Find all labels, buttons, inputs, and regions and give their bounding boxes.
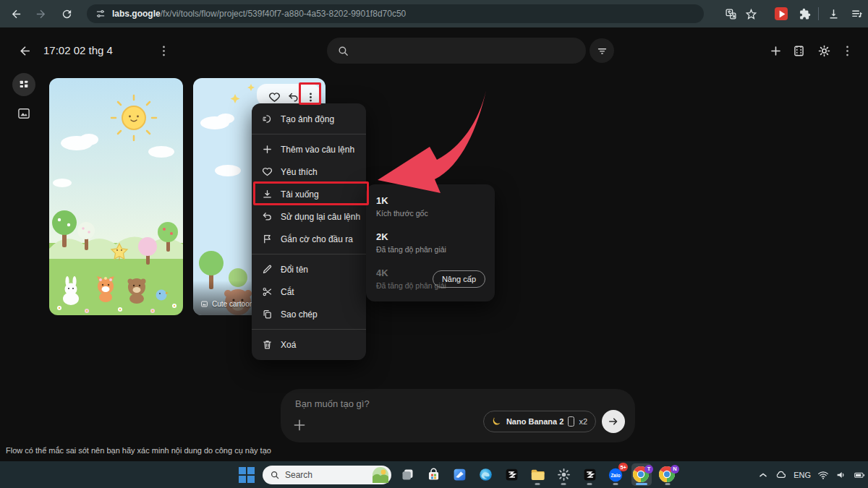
browser-forward-button[interactable] <box>32 5 49 22</box>
tab-list-icon[interactable] <box>848 5 865 22</box>
search-highlight-icon <box>373 467 388 483</box>
bookmark-star-icon[interactable] <box>742 5 760 22</box>
translate-icon[interactable] <box>722 5 739 22</box>
menu-item-animate[interactable]: Tạo ảnh động <box>252 108 366 130</box>
banana-icon <box>492 416 502 427</box>
sidebar-grid-view-button[interactable] <box>12 73 35 96</box>
menu-item-favorite[interactable]: Yêu thích <box>252 160 366 183</box>
menu-item-crop[interactable]: Cắt <box>252 281 366 303</box>
wifi-icon[interactable] <box>817 469 829 481</box>
capcut-icon <box>504 467 519 482</box>
settings-app-button[interactable] <box>553 463 574 486</box>
search-icon <box>270 470 280 480</box>
model-selector-chip[interactable]: Nano Banana 2 x2 <box>483 411 596 432</box>
output-count: x2 <box>579 417 587 426</box>
edge-icon <box>478 467 493 482</box>
prompt-placeholder[interactable]: Bạn muốn tạo gì? <box>295 398 370 409</box>
chrome-profile1-button[interactable]: T <box>631 463 652 486</box>
language-indicator[interactable]: ENG <box>793 471 811 479</box>
windows-logo-icon <box>239 467 255 483</box>
plus-icon <box>262 144 273 155</box>
card1-artwork <box>49 78 183 315</box>
chrome-profile2-button[interactable]: N <box>658 463 678 486</box>
app-menu-icon[interactable] <box>837 40 857 61</box>
browser-back-button[interactable] <box>7 5 25 22</box>
pencil-icon <box>262 264 273 275</box>
url-text: labs.google/fx/vi/tools/flow/project/539… <box>112 9 406 19</box>
onedrive-cloud-icon[interactable] <box>775 469 787 481</box>
submenu-option-2k[interactable]: 2K Đã tăng độ phân giải <box>366 225 495 261</box>
generated-image-card-1[interactable] <box>49 78 183 315</box>
capcut-button[interactable] <box>501 463 522 486</box>
new-project-button[interactable] <box>765 40 786 61</box>
search-input[interactable] <box>327 38 586 64</box>
submenu-option-4k: 4K Đã tăng độ phân giải Nâng cấp <box>366 261 495 297</box>
browser-reload-button[interactable] <box>58 5 75 22</box>
arrow-right-icon <box>607 415 620 428</box>
capcut-running-button[interactable] <box>579 463 600 486</box>
menu-item-delete[interactable]: Xoá <box>252 333 366 356</box>
submenu-option-1k[interactable]: 1K Kích thước gốc <box>366 189 495 225</box>
blue-app-icon <box>452 467 467 482</box>
tray-chevron-icon[interactable] <box>757 469 769 481</box>
task-view-button[interactable] <box>397 463 417 486</box>
settings-gear-button[interactable] <box>814 40 834 61</box>
menu-item-add-to-prompt[interactable]: Thêm vào câu lệnh <box>252 138 366 160</box>
disclaimer-text: Flow có thể mắc sai sót nên bạn hãy xác … <box>6 446 271 455</box>
battery-icon[interactable] <box>854 469 865 481</box>
sidebar-assets-button[interactable] <box>15 105 33 122</box>
microsoft-store-button[interactable] <box>423 463 443 486</box>
download-resolution-submenu: 1K Kích thước gốc 2K Đã tăng độ phân giả… <box>366 184 495 301</box>
menu-item-copy[interactable]: Sao chép <box>252 303 366 325</box>
menu-item-rename[interactable]: Đổi tên <box>252 258 366 281</box>
store-icon <box>426 467 441 482</box>
chrome-profile-badge: T <box>644 465 653 474</box>
menu-item-reuse-prompt[interactable]: Sử dụng lại câu lệnh <box>252 205 366 228</box>
capcut-icon <box>582 467 597 482</box>
menu-divider <box>252 329 366 330</box>
volume-icon[interactable] <box>835 469 847 481</box>
start-button[interactable] <box>237 463 257 486</box>
svg-text:Zalo: Zalo <box>610 472 620 477</box>
reuse-icon <box>262 211 273 222</box>
file-explorer-button[interactable] <box>527 463 548 486</box>
menu-item-flag-output[interactable]: Gắn cờ cho đầu ra <box>252 228 366 250</box>
generate-button[interactable] <box>602 410 625 433</box>
chrome-profile-badge: N <box>671 465 679 474</box>
heart-icon <box>262 166 273 177</box>
task-view-icon <box>400 467 415 482</box>
edge-browser-button[interactable] <box>475 463 495 486</box>
app-back-button[interactable] <box>14 40 35 61</box>
aspect-ratio-icon <box>568 416 574 427</box>
windows-taskbar: Search <box>0 461 868 488</box>
mail-app-button[interactable] <box>449 463 469 486</box>
annotation-box-more-options <box>299 82 321 105</box>
filmstrip-view-button[interactable] <box>788 40 809 61</box>
taskbar-search[interactable]: Search <box>263 466 391 484</box>
settings-gear-icon <box>556 467 571 482</box>
annotation-box-download <box>253 181 369 205</box>
prompt-add-button[interactable] <box>291 416 308 434</box>
model-name: Nano Banana 2 <box>506 417 563 426</box>
menu-divider <box>252 254 366 254</box>
copy-icon <box>262 309 273 320</box>
prompt-bar[interactable]: Bạn muốn tạo gì? Nano Banana 2 x2 <box>281 389 635 442</box>
extensions-puzzle-icon[interactable] <box>796 5 813 22</box>
browser-toolbar: labs.google/fx/vi/tools/flow/project/539… <box>0 0 868 27</box>
flag-icon <box>262 234 273 244</box>
zalo-button[interactable]: Zalo 5+ <box>605 463 626 486</box>
filter-button[interactable] <box>590 38 614 63</box>
folder-icon <box>529 467 545 483</box>
project-options-icon[interactable] <box>153 40 174 61</box>
upgrade-button[interactable]: Nâng cấp <box>433 270 485 288</box>
extension-adblock-icon[interactable] <box>773 5 790 22</box>
zalo-notification-badge: 5+ <box>618 463 628 471</box>
address-bar[interactable]: labs.google/fx/vi/tools/flow/project/539… <box>87 4 704 23</box>
trash-icon <box>262 339 273 350</box>
image-type-icon <box>200 300 208 308</box>
motion-icon <box>262 114 273 124</box>
downloads-icon[interactable] <box>825 5 842 22</box>
site-info-icon[interactable] <box>95 9 106 19</box>
scissors-icon <box>262 286 273 297</box>
annotation-arrow <box>358 74 503 194</box>
